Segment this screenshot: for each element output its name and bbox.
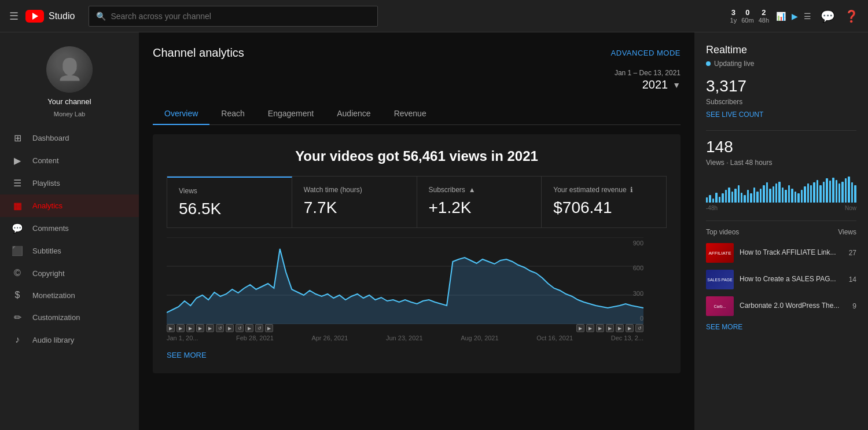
date-range-text: Jan 1 – Dec 13, 2021 xyxy=(615,69,681,77)
see-more-button[interactable]: SEE MORE xyxy=(167,351,207,359)
sidebar-item-customization[interactable]: ✏ Customization xyxy=(0,306,139,329)
metric-card-subscribers[interactable]: Subscribers ▲ +1.2K xyxy=(417,177,542,227)
mini-bar-item xyxy=(750,193,752,203)
mini-bar-item xyxy=(725,190,727,203)
mini-bar-item xyxy=(829,181,831,203)
sidebar-item-customization-label: Customization xyxy=(32,313,80,322)
date-filter-area: Jan 1 – Dec 13, 2021 2021 ▼ xyxy=(153,69,681,98)
sidebar-item-monetization[interactable]: $ Monetization xyxy=(0,284,139,306)
mini-chart-labels: -48h Now xyxy=(706,205,856,211)
mini-bar-chart xyxy=(706,174,856,203)
top-navigation: ☰ Studio 🔍 3 1y 0 60m 2 48h 📊 ▶ ☰ 💬 xyxy=(0,0,868,32)
info-icon: ℹ xyxy=(630,186,633,194)
mini-bar-item xyxy=(819,185,821,203)
sidebar-item-audio[interactable]: ♪ Audio library xyxy=(0,329,139,351)
top-video-row-1[interactable]: AFFILIATE How to Track AFFILIATE Link...… xyxy=(706,243,856,263)
sidebar-item-playlists-label: Playlists xyxy=(32,179,60,188)
mini-bar-item xyxy=(728,188,730,203)
warning-icon: ▲ xyxy=(469,186,476,194)
sidebar-item-subtitles[interactable]: ⬛ Subtitles xyxy=(0,240,139,262)
line-chart xyxy=(167,237,643,324)
tab-audience[interactable]: Audience xyxy=(325,103,382,125)
sidebar-item-audio-label: Audio library xyxy=(32,336,74,344)
mini-bar-item xyxy=(773,186,774,203)
youtube-logo-icon xyxy=(25,10,44,23)
video-marker: ▶ xyxy=(245,324,253,332)
audio-icon: ♪ xyxy=(12,335,23,345)
search-bar[interactable]: 🔍 xyxy=(89,6,378,27)
metric-value-views: 56.5K xyxy=(179,200,280,218)
views-headline: Your videos got 56,461 views in 2021 xyxy=(167,148,667,164)
metric-card-views[interactable]: Views 56.5K xyxy=(167,177,292,227)
sidebar-item-monetization-label: Monetization xyxy=(32,291,75,300)
mini-bar-item xyxy=(719,197,720,203)
tab-revenue[interactable]: Revenue xyxy=(382,103,438,125)
top-right-area: 3 1y 0 60m 2 48h 📊 ▶ ☰ 💬 ❓ xyxy=(730,8,859,24)
mini-bar-item xyxy=(813,182,815,203)
notif-1y: 3 1y xyxy=(730,8,737,24)
mini-bar-item xyxy=(738,185,740,203)
chat-icon[interactable]: 💬 xyxy=(821,9,835,23)
analytics-tabs: Overview Reach Engagement Audience Reven… xyxy=(153,103,681,125)
rt-subscribers-count: 3,317 xyxy=(706,77,856,95)
sidebar-item-dashboard[interactable]: ⊞ Dashboard xyxy=(0,127,139,149)
sidebar-item-analytics-label: Analytics xyxy=(32,201,62,210)
tab-reach[interactable]: Reach xyxy=(209,103,256,125)
sidebar-item-content[interactable]: ▶ Content xyxy=(0,149,139,172)
customization-icon: ✏ xyxy=(12,312,23,323)
mini-bar-item xyxy=(854,185,856,203)
analytics-panel: Your videos got 56,461 views in 2021 Vie… xyxy=(153,134,681,373)
views-col-label: Views xyxy=(838,228,856,236)
help-icon[interactable]: ❓ xyxy=(844,9,859,23)
rt-views-label: Views · Last 48 hours xyxy=(706,159,856,167)
metric-card-revenue[interactable]: Your estimated revenue ℹ $706.41 xyxy=(542,177,666,227)
video-views-3: 9 xyxy=(852,302,856,310)
dashboard-icon: ⊞ xyxy=(12,133,23,144)
top-video-row-3[interactable]: Carb... Carbonate 2.0 WordPress The... 9 xyxy=(706,296,856,316)
mini-bar-item xyxy=(778,182,780,203)
analytics-icon: ▦ xyxy=(12,200,23,211)
video-marker: ▶ xyxy=(616,324,624,332)
notif-48h: 2 48h xyxy=(759,8,769,24)
divider xyxy=(706,130,856,131)
menu-icon[interactable]: ☰ xyxy=(9,10,19,23)
mini-bar-item xyxy=(734,189,736,203)
sidebar-item-copyright[interactable]: © Copyright xyxy=(0,262,139,284)
tab-overview[interactable]: Overview xyxy=(153,103,209,125)
sidebar-item-comments[interactable]: 💬 Comments xyxy=(0,217,139,240)
mini-bar-item xyxy=(791,189,793,203)
video-marker: ↺ xyxy=(635,324,643,332)
year-dropdown[interactable]: 2021 ▼ xyxy=(642,78,681,91)
divider-2 xyxy=(706,220,856,221)
mini-bar-item xyxy=(760,189,762,203)
chart-left-label: -48h xyxy=(706,205,718,211)
metric-card-watchtime[interactable]: Watch time (hours) 7.7K xyxy=(292,177,417,227)
video-marker: ▶ xyxy=(186,324,194,332)
video-title-1: How to Track AFFILIATE Link... xyxy=(740,248,843,258)
tab-engagement[interactable]: Engagement xyxy=(256,103,325,125)
mini-bar-item xyxy=(769,189,771,203)
top-video-row-2[interactable]: SALES PAGE How to Create a SALES PAG... … xyxy=(706,270,856,289)
mini-bar-item xyxy=(836,180,837,203)
monetization-icon: $ xyxy=(12,290,23,300)
metric-value-revenue: $706.41 xyxy=(553,199,654,217)
live-indicator: Updating live xyxy=(706,60,856,68)
list-icon: ☰ xyxy=(804,12,811,21)
mini-bar-item xyxy=(712,199,714,203)
see-live-count-button[interactable]: SEE LIVE COUNT xyxy=(706,111,856,119)
advanced-mode-button[interactable]: ADVANCED MODE xyxy=(611,49,681,57)
studio-label: Studio xyxy=(49,11,75,21)
video-marker: ▶ xyxy=(606,324,614,332)
metric-label-watchtime: Watch time (hours) xyxy=(304,186,405,194)
sidebar-item-comments-label: Comments xyxy=(32,224,69,233)
x-axis-labels: Jan 1, 20... Feb 28, 2021 Apr 26, 2021 J… xyxy=(167,335,643,341)
copyright-icon: © xyxy=(12,268,23,278)
mini-bar-item xyxy=(823,182,825,203)
video-thumb-2: SALES PAGE xyxy=(706,270,734,289)
metric-value-watchtime: 7.7K xyxy=(304,199,405,217)
search-input[interactable] xyxy=(111,12,370,21)
video-marker: ▶ xyxy=(196,324,204,332)
right-see-more-button[interactable]: SEE MORE xyxy=(706,323,856,331)
sidebar-item-playlists[interactable]: ☰ Playlists xyxy=(0,172,139,194)
sidebar-item-analytics[interactable]: ▦ Analytics xyxy=(0,194,139,217)
